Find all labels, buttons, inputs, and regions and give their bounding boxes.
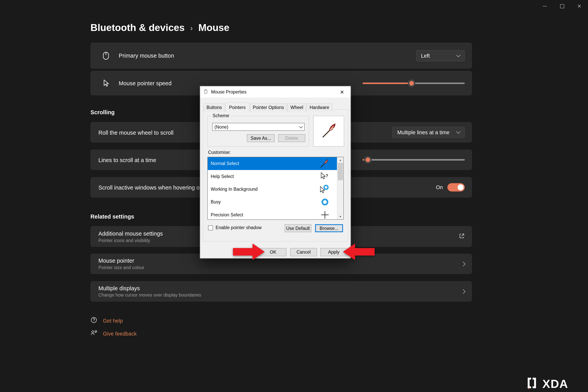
page-title: Mouse xyxy=(198,22,229,34)
pointer-shadow-row: Enable pointer shadow xyxy=(208,225,262,230)
pointer-preview-box xyxy=(313,116,344,146)
additional-settings-subtitle: Pointer icons and visibility xyxy=(98,238,163,243)
pointer-speed-slider[interactable] xyxy=(362,80,465,87)
toggle-state-label: On xyxy=(436,184,443,190)
roll-wheel-label: Roll the mouse wheel to scroll xyxy=(98,129,174,136)
slider-thumb[interactable] xyxy=(364,156,372,164)
combo-dropdown-button[interactable] xyxy=(298,123,304,130)
lines-scroll-label: Lines to scroll at a time xyxy=(98,156,156,163)
mouse-icon xyxy=(101,52,110,60)
browse-button[interactable]: Browse... xyxy=(315,224,343,232)
section-scrolling: Scrolling xyxy=(90,109,115,116)
card-multiple-displays[interactable]: Multiple displays Change how cursor move… xyxy=(90,281,472,302)
cancel-button[interactable]: Cancel xyxy=(290,248,317,256)
chevron-right-icon xyxy=(460,262,465,266)
pointers-tab-page: Scheme (None) Save As... Delete Custo xyxy=(203,109,348,242)
breadcrumb-separator-icon: › xyxy=(190,24,193,32)
multiple-displays-title: Multiple displays xyxy=(98,285,201,292)
scroll-inactive-toggle[interactable] xyxy=(448,183,465,192)
window-controls: ✕ xyxy=(536,0,588,12)
minimize-icon xyxy=(542,6,547,6)
tab-pointers[interactable]: Pointers xyxy=(225,102,249,112)
tab-pointer-options[interactable]: Pointer Options xyxy=(250,103,287,112)
arrow-question-cursor-icon: ? xyxy=(320,172,329,180)
mouse-pointer-title: Mouse pointer xyxy=(98,257,144,264)
slider-thumb[interactable] xyxy=(408,80,415,87)
pointer-name: Help Select xyxy=(211,174,234,179)
use-default-button[interactable]: Use Default xyxy=(284,224,312,232)
close-icon: ✕ xyxy=(577,3,581,9)
close-button[interactable]: ✕ xyxy=(571,0,588,12)
maximize-icon xyxy=(560,4,564,8)
roll-wheel-value: Multiple lines at a time xyxy=(397,129,450,136)
scroll-down-icon[interactable]: ▼ xyxy=(337,214,344,219)
pointer-speed-label: Mouse pointer speed xyxy=(119,80,172,86)
card-primary-mouse-button: Primary mouse button Left xyxy=(90,42,472,68)
chevron-down-icon xyxy=(456,53,460,57)
quill-cursor-preview-icon xyxy=(320,122,337,140)
minimize-button[interactable] xyxy=(536,0,553,12)
customise-label: Customise: xyxy=(208,150,231,155)
chevron-down-icon xyxy=(456,129,460,134)
pointer-row-working-in-background[interactable]: Working In Background xyxy=(208,183,338,196)
slider-track[interactable] xyxy=(362,159,465,161)
xda-logo-text: XDA xyxy=(542,377,568,391)
multiple-displays-subtitle: Change how cursor moves over display bou… xyxy=(98,292,201,298)
feedback-icon xyxy=(90,330,98,337)
pointer-name: Working In Background xyxy=(211,186,258,192)
red-arrow-pointing-to-apply xyxy=(343,244,375,262)
busy-ring-cursor-icon xyxy=(321,198,329,206)
maximize-button[interactable] xyxy=(553,0,570,12)
pointer-row-precision-select[interactable]: Precision Select xyxy=(208,208,338,220)
breadcrumb: Bluetooth & devices › Mouse xyxy=(90,22,230,34)
pointer-row-help-select[interactable]: Help Select ? xyxy=(208,170,338,183)
pointer-name: Busy xyxy=(211,199,221,204)
dialog-mouse-icon xyxy=(203,89,208,95)
toggle-knob xyxy=(458,184,464,190)
mouse-properties-dialog: Mouse Properties ✕ Buttons Pointers Poin… xyxy=(200,86,351,258)
tab-hardware[interactable]: Hardware xyxy=(306,103,332,112)
additional-settings-title: Additional mouse settings xyxy=(98,230,163,236)
scrollbar-thumb[interactable] xyxy=(338,163,343,180)
settings-window: ✕ Bluetooth & devices › Mouse Primary mo… xyxy=(0,0,588,392)
lines-scroll-slider[interactable] xyxy=(362,156,465,164)
xda-watermark: XDA xyxy=(525,376,568,392)
pointer-listbox[interactable]: Normal Select Help Select xyxy=(207,157,344,220)
give-feedback-link[interactable]: Give feedback xyxy=(90,330,137,337)
scroll-up-icon[interactable]: ▲ xyxy=(337,157,344,163)
mouse-pointer-subtitle: Pointer size and colour xyxy=(98,265,144,270)
chevron-right-icon xyxy=(460,289,465,294)
chevron-down-icon xyxy=(299,124,303,128)
primary-button-value: Left xyxy=(421,52,430,58)
quill-cursor-icon xyxy=(319,159,329,168)
close-icon: ✕ xyxy=(340,89,344,95)
dialog-title: Mouse Properties xyxy=(211,90,246,95)
tab-wheel[interactable]: Wheel xyxy=(287,103,306,112)
crosshair-cursor-icon xyxy=(321,211,329,219)
pointer-row-normal-select[interactable]: Normal Select xyxy=(208,157,338,170)
primary-mouse-button-label: Primary mouse button xyxy=(119,52,174,59)
external-link-icon xyxy=(459,233,465,240)
primary-button-dropdown[interactable]: Left xyxy=(416,50,465,61)
pointer-shadow-label: Enable pointer shadow xyxy=(216,225,262,230)
dialog-titlebar[interactable]: Mouse Properties ✕ xyxy=(200,86,350,98)
pointer-row-busy[interactable]: Busy xyxy=(208,196,338,208)
breadcrumb-parent[interactable]: Bluetooth & devices xyxy=(90,22,185,34)
scheme-value: (None) xyxy=(214,124,228,130)
cursor-icon xyxy=(101,79,110,87)
delete-button[interactable]: Delete xyxy=(278,134,305,142)
scheme-groupbox: Scheme (None) Save As... Delete xyxy=(207,116,309,146)
roll-wheel-dropdown[interactable]: Multiple lines at a time xyxy=(392,126,465,138)
tab-buttons[interactable]: Buttons xyxy=(204,103,225,112)
dialog-close-button[interactable]: ✕ xyxy=(334,86,351,98)
give-feedback-label: Give feedback xyxy=(103,330,136,336)
save-as-button[interactable]: Save As... xyxy=(247,134,275,142)
get-help-link[interactable]: Get help xyxy=(90,316,123,324)
scheme-group-label: Scheme xyxy=(211,113,231,118)
listbox-scrollbar[interactable]: ▲ ▼ xyxy=(337,157,344,219)
pointer-shadow-checkbox[interactable] xyxy=(208,225,213,230)
dialog-tabs: Buttons Pointers Pointer Options Wheel H… xyxy=(204,102,332,112)
scheme-combobox[interactable]: (None) xyxy=(212,123,304,131)
section-related-settings: Related settings xyxy=(90,213,134,220)
arrow-busy-cursor-icon xyxy=(319,185,329,194)
